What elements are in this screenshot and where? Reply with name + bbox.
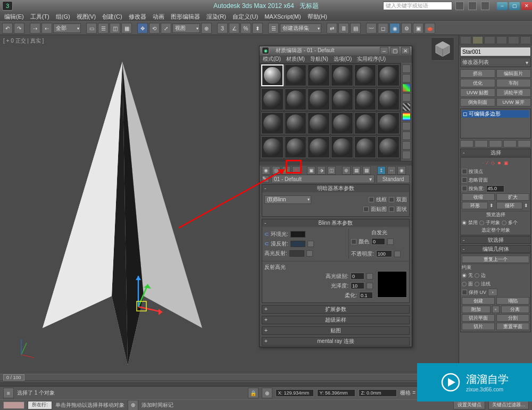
radio-pv-off[interactable]	[462, 220, 467, 225]
render-frame-button[interactable]: ▣	[413, 23, 423, 34]
me-map-gloss[interactable]	[367, 283, 373, 289]
menu-animation[interactable]: 动画	[153, 13, 164, 21]
me-slot-1[interactable]	[261, 64, 284, 87]
me-slot-9[interactable]	[307, 88, 330, 111]
me-menu-util[interactable]: 实用程序(U)	[357, 55, 386, 63]
me-chk-2side[interactable]	[389, 197, 394, 202]
me-slot-10[interactable]	[331, 88, 353, 111]
me-tb-nav[interactable]: ◉	[397, 166, 406, 175]
me-side-slots[interactable]	[402, 151, 411, 159]
rollout-soft-select[interactable]: 软选择	[460, 236, 531, 244]
me-tb-go-parent[interactable]: ↥	[377, 166, 386, 175]
rollout-edit-geom[interactable]: 编辑几何体	[460, 245, 531, 253]
spinner-snap[interactable]: ⬍	[252, 23, 263, 34]
btn-preserve-uv-settings[interactable]: ▫	[488, 289, 497, 296]
me-menu-material[interactable]: 材质(M)	[286, 55, 305, 63]
time-slider-thumb[interactable]: 0 / 100	[3, 374, 24, 381]
script-listener-btn[interactable]: ≡	[3, 388, 14, 398]
me-map-diffuse[interactable]	[307, 241, 314, 247]
coord-x[interactable]: X: 129.934mm	[276, 389, 314, 397]
btn-lathe[interactable]: 车削	[496, 79, 531, 87]
radio-c-edge[interactable]	[475, 273, 479, 278]
coord-z[interactable]: Z: 0.0mm	[359, 389, 397, 397]
me-side-uv[interactable]	[402, 93, 411, 102]
btn-extrude[interactable]: 挤出	[460, 69, 495, 78]
subobj-edge[interactable]: ⁄	[487, 160, 488, 166]
menu-render[interactable]: 渲染(R)	[206, 13, 226, 21]
me-slot-5[interactable]	[354, 64, 377, 87]
me-rollout-ext-hdr[interactable]: 扩展参数	[262, 306, 409, 313]
chk-by-angle[interactable]	[462, 186, 467, 191]
question-icon[interactable]	[481, 2, 489, 10]
minimize-button[interactable]: –	[497, 2, 508, 10]
me-material-type[interactable]: Standard	[377, 175, 410, 183]
btn-repeat[interactable]: 重复上一个	[462, 256, 529, 263]
subobj-vertex[interactable]: ·	[483, 160, 484, 166]
menu-custom[interactable]: 自定义(U)	[232, 13, 258, 21]
stack-unique[interactable]	[489, 140, 502, 147]
me-slot-11[interactable]	[354, 88, 377, 111]
me-rollout-maps-hdr[interactable]: 贴图	[262, 327, 409, 334]
tab-display[interactable]	[508, 36, 519, 44]
select-region-button[interactable]: ◫	[110, 23, 120, 34]
me-chk-wire[interactable]	[369, 197, 374, 202]
stack-remove[interactable]	[503, 140, 517, 147]
me-spin-opacity[interactable]: 100	[376, 250, 392, 257]
me-map-selfillum[interactable]	[387, 239, 394, 245]
me-tb-show-map[interactable]: ▩	[362, 166, 371, 175]
chk-by-vertex[interactable]	[462, 169, 467, 174]
btn-loop[interactable]: 循环	[496, 202, 522, 209]
stack-item-editable-poly[interactable]: ◻ 可编辑多边形	[462, 110, 529, 118]
render-setup-button[interactable]: ⚙	[401, 23, 412, 34]
menu-views[interactable]: 视图(V)	[77, 13, 96, 21]
track-row-btn[interactable]: 所在行:	[28, 401, 52, 409]
me-tb-get[interactable]: ◉	[262, 166, 270, 175]
align-button[interactable]: ≣	[338, 23, 349, 34]
menu-help[interactable]: 帮助(H)	[307, 13, 327, 21]
btn-uvwunwrap[interactable]: UVW 展开	[496, 98, 531, 106]
scale-button[interactable]: ⤢	[161, 23, 171, 34]
btn-shrink[interactable]: 收缩	[462, 193, 495, 201]
tab-hierarchy[interactable]	[484, 36, 495, 44]
menu-graph[interactable]: 图形编辑器	[171, 13, 200, 21]
me-tb-put-scene[interactable]: ◎	[272, 166, 280, 175]
btn-attach-list[interactable]: ▫	[492, 306, 500, 313]
btn-reset-plane[interactable]: 重置平面	[496, 323, 529, 330]
link-button[interactable]: ⇢	[30, 23, 40, 34]
me-close-button[interactable]: ✕	[401, 47, 410, 54]
me-slot-12[interactable]	[377, 88, 400, 111]
me-rollout-blinn-hdr[interactable]: Blinn 基本参数	[262, 219, 409, 227]
me-material-name[interactable]: 01 - Default	[271, 175, 375, 183]
tab-modify[interactable]	[472, 36, 484, 44]
tag-btn[interactable]: ⊕	[128, 400, 138, 411]
me-spin-soften[interactable]: 0.1	[359, 292, 373, 299]
curve-editor-button[interactable]: 〰	[366, 23, 377, 34]
me-map-speclevel[interactable]	[367, 273, 373, 280]
me-swatch-diffuse[interactable]	[290, 241, 305, 247]
me-side-preview[interactable]	[402, 122, 411, 130]
help-icon[interactable]	[455, 2, 464, 10]
transform-type-in[interactable]: ⊕	[262, 388, 272, 398]
menu-create[interactable]: 创建(C)	[102, 13, 122, 21]
me-side-byobj[interactable]	[402, 141, 411, 150]
unlink-button[interactable]: ⇠	[41, 23, 52, 34]
pivot-button[interactable]: ⊕	[201, 23, 212, 34]
me-slot-20[interactable]	[285, 136, 307, 159]
me-menu-options[interactable]: 选项(O)	[334, 55, 352, 63]
snap-toggle[interactable]: 3	[217, 23, 228, 34]
me-menu-mode[interactable]: 模式(D)	[263, 55, 281, 63]
select-button[interactable]: ▭	[86, 23, 97, 34]
me-side-pattern[interactable]	[402, 103, 411, 111]
selection-filter[interactable]: 全部	[53, 23, 81, 33]
me-spin-speclevel[interactable]: 0	[351, 273, 364, 280]
material-editor-button[interactable]: ◉	[389, 23, 400, 34]
mirror-button[interactable]: ⇄	[327, 23, 337, 34]
me-slot-24[interactable]	[377, 136, 400, 159]
me-slot-22[interactable]	[331, 136, 353, 159]
stack-pin[interactable]	[460, 140, 473, 147]
me-tb-put-lib[interactable]: ◫	[327, 166, 336, 175]
btn-slice-plane[interactable]: 切片平面	[462, 314, 495, 322]
me-side-sample[interactable]	[402, 64, 411, 73]
keyfilter-button[interactable]: 关键点过滤器…	[488, 401, 529, 409]
spin-by-angle[interactable]: 45.0	[486, 185, 504, 192]
